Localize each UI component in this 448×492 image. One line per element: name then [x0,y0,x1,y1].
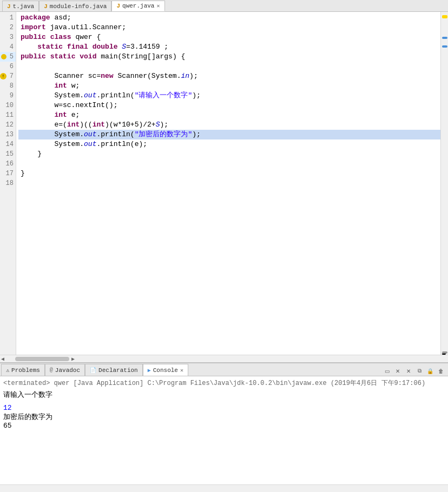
vertical-scrollbar[interactable]: ▼ [440,12,448,355]
console-toolbar: ▭ ✕ ✕ ⧉ 🔒 🗑 [382,366,448,376]
editor-tab-bar: J t.java J module-info.java J qwer.java … [0,0,448,12]
tab-javadoc[interactable]: @ Javadoc [45,364,85,376]
code-line-13: System.out.println("加密后的数字为"); [18,130,440,139]
console-line-result-label: 加密后的数字为 [3,412,445,422]
code-line-16 [18,159,440,169]
code-line-4: static final double S=3.14159 ; [18,42,440,52]
declaration-icon: 📄 [90,367,96,374]
bottom-panel: ⚠ Problems @ Javadoc 📄 Declaration ▶ Con… [0,362,448,492]
console-blank-1 [3,400,445,404]
tab-moduleinfojava[interactable]: J module-info.java [39,1,111,11]
horizontal-scrollbar[interactable]: ◀ ▶ [0,355,448,362]
code-line-3: public class qwer { [18,32,440,42]
code-line-8: int w; [18,81,440,91]
tab-problems[interactable]: ⚠ Problems [1,364,45,376]
bottom-tab-bar: ⚠ Problems @ Javadoc 📄 Declaration ▶ Con… [0,363,448,376]
scroll-arrow-down[interactable]: ▼ [442,351,447,354]
tab-tjava[interactable]: J t.java [2,1,39,11]
line-13: 13 [0,130,16,139]
breakpoint-icon [1,54,6,59]
tab-label-qwerjava: qwer.java [122,3,154,9]
code-line-6 [18,62,440,71]
console-line-prompt: 请输入一个数字 [3,390,445,400]
tab-console[interactable]: ▶ Console ✕ [143,364,188,376]
line-7: 7 ! [0,71,16,81]
line-2: 2 [0,23,16,32]
tab-console-label: Console [153,367,178,374]
line-10: 10 [0,101,16,110]
line-14: 14 [0,139,16,149]
h-scroll-left-arrow[interactable]: ◀ [1,356,4,362]
line-17: 17 [0,169,16,178]
tab-label-moduleinfojava: module-info.java [50,3,107,10]
console-close-icon[interactable]: ✕ [180,367,183,374]
scroll-lock-button[interactable]: 🔒 [425,366,435,376]
tab-icon-qwerjava: J [116,3,120,9]
warning-marker: ! [0,73,6,79]
copy-button[interactable]: ⧉ [414,366,424,376]
code-line-2: import java.util.Scanner; [18,23,440,32]
line-9: 9 [0,91,16,101]
line-4: 4 [0,42,16,52]
h-scroll-right-arrow[interactable]: ▶ [71,356,75,362]
console-line-input: 12 [3,404,445,412]
code-line-1: package asd; [18,13,440,23]
remove-launch-button[interactable]: ✕ [404,366,413,376]
editor-area: 1 2 3 4 5 6 7 ! 8 9 10 11 12 13 14 15 16… [0,12,448,355]
line-12: 12 [0,120,16,130]
tab-problems-label: Problems [11,367,40,374]
code-line-17: } [18,169,440,178]
tab-icon-moduleinfojava: J [44,3,48,10]
close-view-button[interactable]: ✕ [393,366,403,376]
line-6: 6 [0,62,16,71]
clear-button[interactable]: 🗑 [436,366,446,376]
line-16: 16 [0,159,16,169]
line-1: 1 [0,13,16,23]
tab-javadoc-label: Javadoc [55,367,80,374]
h-scroll-thumb[interactable] [15,357,69,361]
tab-declaration[interactable]: 📄 Declaration [85,364,143,376]
scroll-indicator-yellow [442,15,447,18]
code-line-9: System.out.println("请输入一个数字"); [18,91,440,101]
tab-qwerjava[interactable]: J qwer.java ✕ [111,1,164,11]
line-8: 8 [0,81,16,91]
console-icon: ▶ [148,367,151,374]
console-line-result-value: 65 [3,422,445,430]
scroll-indicator-blue [442,37,447,39]
line-11: 11 [0,110,16,120]
code-line-10: w=sc.nextInt(); [18,101,440,110]
tab-icon-tjava: J [7,3,11,10]
code-line-18 [18,178,440,188]
tab-label-tjava: t.java [13,3,35,10]
line-5: 5 [0,52,16,62]
problems-icon: ⚠ [6,367,9,374]
tab-close-qwerjava[interactable]: ✕ [156,3,160,9]
line-18: 18 [0,178,16,188]
code-line-11: int e; [18,110,440,120]
code-line-7: Scanner sc=new Scanner(System.in); [18,71,440,81]
line-15: 15 [0,149,16,159]
code-line-12: e=(int)((int)(w*10+5)/2+S); [18,120,440,130]
code-line-14: System.out.println(e); [18,139,440,149]
javadoc-icon: @ [50,367,53,373]
code-editor[interactable]: package asd; import java.util.Scanner; p… [16,12,440,355]
console-horizontal-scrollbar[interactable] [0,484,448,492]
minimize-button[interactable]: ▭ [382,366,392,376]
line-3: 3 [0,32,16,42]
line-number-gutter: 1 2 3 4 5 6 7 ! 8 9 10 11 12 13 14 15 16… [0,12,16,355]
scroll-indicator-blue-2 [442,45,447,48]
console-output-area: <terminated> qwer [Java Application] C:\… [0,376,448,484]
code-line-15: } [18,149,440,159]
tab-declaration-label: Declaration [98,367,138,374]
console-terminated-line: <terminated> qwer [Java Application] C:\… [3,378,445,388]
bottom-tabs-container: ⚠ Problems @ Javadoc 📄 Declaration ▶ Con… [1,363,188,376]
code-line-5: public static void main(String[]args) { [18,52,440,62]
